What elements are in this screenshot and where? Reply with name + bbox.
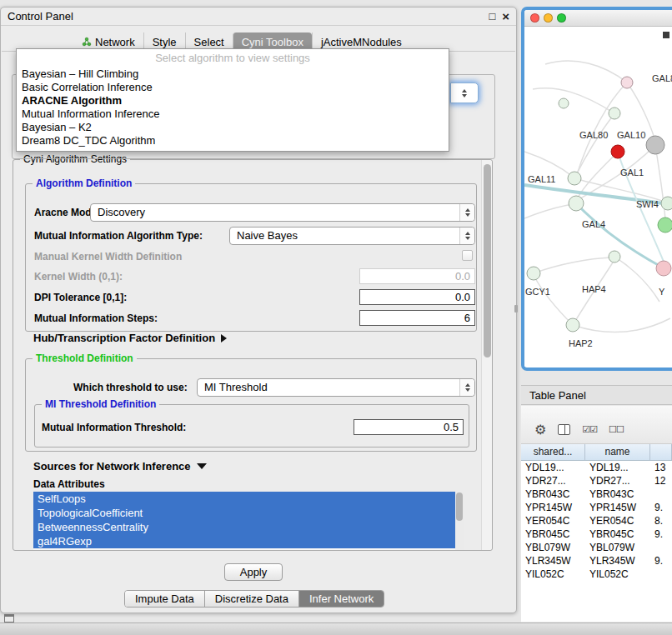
mi-threshold-label: Mutual Information Threshold: bbox=[42, 422, 186, 433]
table-row[interactable]: YBR045CYBR045C9. bbox=[521, 528, 672, 541]
mi-threshold-field[interactable]: 0.5 bbox=[354, 419, 464, 435]
network-edge[interactable] bbox=[534, 277, 573, 325]
table-cell bbox=[650, 541, 672, 554]
sources-section-toggle[interactable]: Sources for Network Inference bbox=[33, 460, 207, 472]
network-node[interactable] bbox=[646, 136, 664, 154]
network-edge[interactable] bbox=[575, 113, 614, 177]
table-header: shared...name bbox=[521, 444, 672, 461]
dropdown-item[interactable]: Basic Correlation Inference bbox=[17, 81, 449, 94]
dropdown-item[interactable]: ARACNE Algorithm bbox=[17, 94, 449, 108]
node-label: GAL11 bbox=[528, 174, 555, 184]
network-node[interactable] bbox=[611, 145, 624, 158]
network-node[interactable] bbox=[658, 218, 672, 232]
network-node[interactable] bbox=[609, 251, 620, 262]
table-row[interactable]: YBL079WYBL079W bbox=[521, 541, 672, 554]
aracne-mode-combobox[interactable]: Discovery bbox=[90, 203, 475, 222]
dropdown-item[interactable]: Dream8 DC_TDC Algorithm bbox=[17, 134, 449, 148]
algorithm-dropdown-list: Bayesian – Hill ClimbingBasic Correlatio… bbox=[17, 68, 449, 148]
select-all-icon[interactable]: ☑☑ bbox=[582, 425, 597, 434]
spinner-arrows-icon bbox=[459, 379, 474, 396]
minimize-traffic-light-icon[interactable] bbox=[544, 13, 553, 22]
birdseye-toggle-icon[interactable] bbox=[663, 32, 669, 38]
which-threshold-combobox[interactable]: MI Threshold bbox=[197, 378, 475, 397]
network-canvas[interactable]: GAL8GAL80GAL10GAL11GAL1SWI4GAL4GCY1HAP4Y… bbox=[524, 27, 672, 367]
manual-kernel-checkbox[interactable] bbox=[462, 250, 473, 261]
column-browser-icon[interactable] bbox=[558, 424, 570, 435]
mi-threshold-group-title: MI Threshold Definition bbox=[42, 398, 159, 410]
restore-panel-icon[interactable] bbox=[4, 614, 14, 622]
network-node[interactable] bbox=[566, 318, 579, 332]
table-row[interactable]: YBR043CYBR043C bbox=[521, 488, 672, 501]
network-edge[interactable] bbox=[578, 152, 618, 198]
dropdown-item[interactable]: Bayesian – Hill Climbing bbox=[17, 68, 449, 81]
node-label: GAL80 bbox=[579, 130, 608, 140]
network-node[interactable] bbox=[656, 261, 671, 276]
attributes-scrollbar[interactable] bbox=[455, 492, 464, 550]
bottom-tab-discretize-data[interactable]: Discretize Data bbox=[204, 591, 298, 607]
close-traffic-light-icon[interactable] bbox=[530, 13, 539, 22]
hub-section-toggle[interactable]: Hub/Transcription Factor Definition bbox=[33, 332, 227, 344]
table-row[interactable]: YPR145WYPR145W9. bbox=[521, 501, 672, 514]
column-header[interactable] bbox=[650, 444, 672, 460]
table-row[interactable]: YDR27...YDR27...12 bbox=[521, 474, 672, 488]
bottom-tab-infer-network[interactable]: Infer Network bbox=[298, 591, 384, 607]
node-label: GAL1 bbox=[620, 168, 644, 178]
attribute-item[interactable]: SelfLoops bbox=[33, 492, 455, 506]
network-node[interactable] bbox=[609, 108, 620, 119]
attribute-item[interactable]: BetweennessCentrality bbox=[33, 520, 455, 534]
table-row[interactable]: YLR345WYLR345W9. bbox=[521, 554, 672, 568]
network-node[interactable] bbox=[569, 196, 584, 211]
network-node[interactable] bbox=[568, 172, 581, 185]
table-cell: YPR145W bbox=[521, 501, 585, 514]
deselect-all-icon[interactable]: ☐☐ bbox=[609, 425, 624, 434]
mi-type-label: Mutual Information Algorithm Type: bbox=[34, 230, 203, 242]
network-edge[interactable] bbox=[524, 204, 573, 218]
table-cell: YER054C bbox=[585, 514, 650, 528]
table-cell: 12 bbox=[650, 474, 672, 488]
network-edge[interactable] bbox=[534, 258, 611, 273]
network-edge[interactable] bbox=[533, 88, 614, 113]
network-node[interactable] bbox=[527, 267, 540, 280]
algorithm-combobox-arrows[interactable] bbox=[450, 82, 479, 103]
column-header[interactable]: shared... bbox=[521, 444, 585, 460]
attribute-item[interactable]: TopologicalCoefficient bbox=[33, 506, 455, 520]
aracne-mode-value: Discovery bbox=[98, 206, 145, 218]
dropdown-item[interactable]: Bayesian – K2 bbox=[17, 121, 449, 134]
network-edge[interactable] bbox=[524, 152, 573, 177]
node-label: GAL4 bbox=[582, 219, 605, 229]
settings-scrollbar[interactable] bbox=[481, 160, 492, 550]
mi-threshold-group: MI Threshold Definition Mutual Informati… bbox=[34, 404, 469, 448]
node-label: HAP4 bbox=[582, 284, 606, 294]
table-cell: YIL052C bbox=[585, 568, 650, 581]
table-row[interactable]: YER054CYER054C8. bbox=[521, 514, 672, 528]
algorithm-definition-title: Algorithm Definition bbox=[33, 178, 135, 189]
dpi-tolerance-field[interactable]: 0.0 bbox=[359, 289, 475, 305]
network-node[interactable] bbox=[661, 197, 672, 210]
network-node[interactable] bbox=[559, 98, 569, 108]
mi-steps-field[interactable]: 6 bbox=[359, 310, 475, 326]
mi-type-combobox[interactable]: Naive Bayes bbox=[229, 227, 475, 245]
attribute-item[interactable]: gal4RGexp bbox=[33, 534, 455, 548]
table-row[interactable]: YDL19...YDL19...13 bbox=[521, 461, 672, 474]
apply-button[interactable]: Apply bbox=[224, 563, 283, 581]
network-graph[interactable]: GAL8GAL80GAL10GAL11GAL1SWI4GAL4GCY1HAP4Y… bbox=[524, 27, 672, 367]
table-row[interactable]: YIL052CYIL052C bbox=[521, 568, 672, 581]
node-label: SWI4 bbox=[636, 199, 659, 209]
kernel-width-field[interactable]: 0.0 bbox=[359, 268, 475, 284]
table-cell: 9. bbox=[650, 501, 672, 514]
network-node[interactable] bbox=[621, 77, 633, 88]
chevron-right-icon bbox=[221, 334, 227, 342]
panel-splitter-handle[interactable] bbox=[514, 305, 518, 312]
scrollbar-thumb[interactable] bbox=[456, 492, 463, 521]
zoom-traffic-light-icon[interactable] bbox=[557, 13, 566, 22]
network-edge[interactable] bbox=[545, 61, 627, 82]
close-window-icon[interactable]: × bbox=[502, 10, 509, 22]
scrollbar-thumb[interactable] bbox=[484, 164, 491, 358]
network-edge[interactable] bbox=[573, 318, 670, 332]
table-body: YDL19...YDL19...13YDR27...YDR27...12YBR0… bbox=[521, 461, 672, 622]
dropdown-item[interactable]: Mutual Information Inference bbox=[17, 108, 449, 121]
gear-icon[interactable]: ⚙ bbox=[534, 423, 546, 437]
column-header[interactable]: name bbox=[585, 444, 650, 460]
float-window-icon[interactable]: □ bbox=[489, 11, 495, 22]
bottom-tab-impute-data[interactable]: Impute Data bbox=[125, 591, 204, 607]
